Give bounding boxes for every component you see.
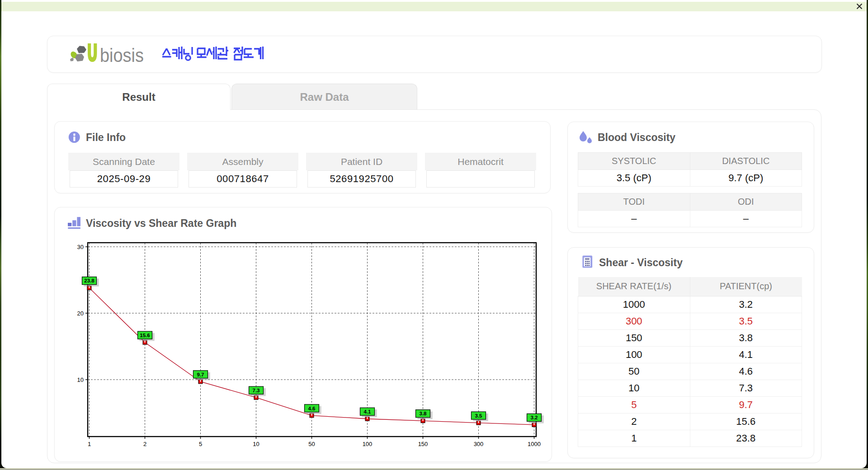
svg-text:4.1: 4.1	[364, 409, 372, 414]
svg-text:2: 2	[143, 441, 146, 447]
svg-text:1000: 1000	[528, 441, 541, 447]
svg-text:3.2: 3.2	[531, 415, 538, 420]
svg-text:1: 1	[88, 441, 91, 447]
svg-text:23.8: 23.8	[84, 278, 94, 283]
svg-text:9.7: 9.7	[197, 372, 204, 377]
svg-text:15.6: 15.6	[140, 333, 150, 338]
svg-text:30: 30	[77, 244, 84, 250]
svg-text:50: 50	[308, 441, 315, 447]
svg-text:4.6: 4.6	[308, 406, 316, 411]
svg-text:3.8: 3.8	[420, 411, 427, 416]
svg-text:300: 300	[474, 441, 484, 447]
svg-text:20: 20	[77, 310, 84, 317]
svg-text:10: 10	[77, 376, 84, 383]
svg-text:7.3: 7.3	[253, 388, 260, 393]
svg-text:100: 100	[363, 441, 373, 447]
svg-text:3.5: 3.5	[475, 413, 483, 418]
svg-text:biosis: biosis	[100, 45, 144, 66]
svg-text:150: 150	[418, 441, 428, 447]
svg-text:10: 10	[253, 441, 259, 447]
svg-text:5: 5	[199, 441, 202, 447]
